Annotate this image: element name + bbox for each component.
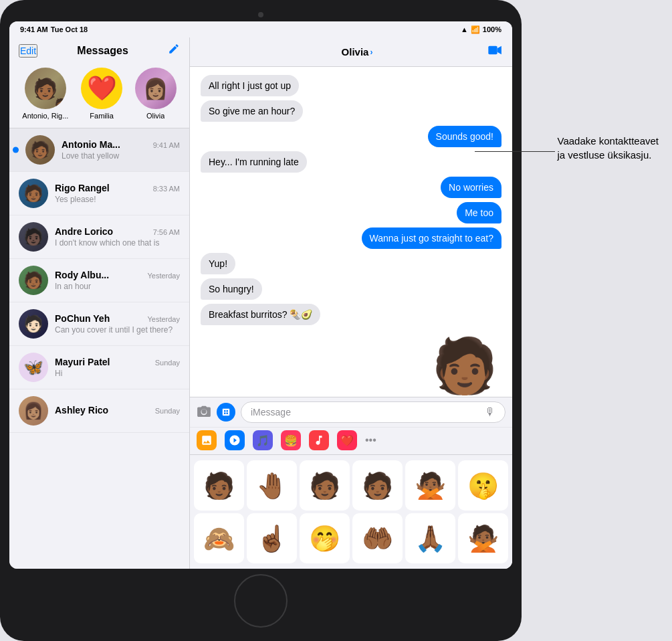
memoji-cell-11[interactable]: 🙏🏾	[405, 513, 455, 563]
imessage-input[interactable]: iMessage 🎙	[241, 401, 506, 423]
conv-details-mayuri: Mayuri Patel Sunday Hi	[55, 357, 180, 378]
msg-bubble-10: Breakfast burritos? 🌯🥑	[201, 304, 320, 325]
chevron-icon: ›	[370, 48, 372, 57]
msg-row-3: Sounds good!	[201, 126, 501, 147]
conv-item-antonio-ma[interactable]: 🧑🏾 Antonio Ma... 9:41 AM Love that yello…	[9, 128, 189, 172]
memoji-cell-6[interactable]: 🤫	[458, 460, 508, 511]
msg-bubble-6: Me too	[457, 202, 501, 223]
conv-item-ashley[interactable]: 👩🏽 Ashley Rico Sunday	[9, 389, 189, 433]
camera-button[interactable]	[197, 405, 211, 420]
input-area: iMessage 🎙	[190, 397, 512, 454]
memoji-cell-10[interactable]: 🤲🏾	[352, 513, 403, 563]
annotation-text: Vaadake kontaktteavetja vestluse üksikas…	[558, 134, 659, 162]
msg-row-7: Wanna just go straight to eat?	[201, 227, 501, 249]
input-row: iMessage 🎙	[190, 397, 512, 427]
conv-avatar-mayuri: 🦋	[19, 353, 48, 382]
pinned-familia[interactable]: ❤️ Familia	[81, 68, 122, 120]
msg-row-8: Yup!	[201, 253, 501, 274]
msg-bubble-4: Hey... I'm running late	[201, 151, 307, 173]
conv-preview-antonio: Love that yellow	[62, 151, 180, 161]
edit-button[interactable]: Edit	[19, 44, 37, 58]
conv-preview-rody: In an hour	[55, 282, 180, 291]
conv-time-pochun: Yesterday	[147, 315, 180, 323]
conv-item-rigo[interactable]: 🧑🏾 Rigo Rangel 8:33 AM Yes please!	[9, 172, 189, 215]
memoji-cell-4[interactable]: 🧑🏾	[352, 460, 403, 511]
conv-item-mayuri[interactable]: 🦋 Mayuri Patel Sunday Hi	[9, 346, 189, 389]
sidebar-header: Edit Messages	[9, 37, 189, 62]
conv-preview-andre: I don't know which one that is	[55, 238, 180, 248]
conv-time-andre: 7:56 AM	[153, 228, 180, 236]
pinned-section: 🧑🏾 🧔🏾 Antonio, Rig... ❤️ Familia	[9, 62, 189, 128]
conv-preview-rigo: Yes please!	[55, 195, 180, 204]
video-call-button[interactable]	[488, 45, 503, 59]
ipad-screen: 9:41 AM Tue Oct 18 ▲ 📶 100% Edit Message…	[9, 21, 512, 569]
memoji-cell-7[interactable]: 🙈	[194, 513, 244, 563]
pinned-name-familia: Familia	[90, 112, 113, 120]
conv-name-pochun: PoChun Yeh	[55, 313, 110, 324]
conv-name-rody: Rody Albu...	[55, 270, 109, 280]
conv-avatar-antonio: 🧑🏾	[25, 135, 55, 165]
mic-icon[interactable]: 🎙	[485, 406, 495, 418]
msg-row-5: No worries	[201, 177, 501, 198]
memoji-cell-8[interactable]: ☝🏾	[247, 513, 297, 563]
conv-preview-pochun: Can you cover it until I get there?	[55, 325, 180, 335]
conv-name-andre: Andre Lorico	[55, 226, 113, 237]
appstore-app-icon[interactable]	[225, 430, 245, 450]
chat-panel: Olivia ›	[190, 37, 512, 569]
pinned-avatar-olivia: 👩🏽	[135, 68, 177, 109]
home-button[interactable]	[234, 574, 288, 628]
heart-app-icon[interactable]: ❤️	[337, 430, 357, 450]
memoji-cell-1[interactable]: 🧑🏾	[194, 460, 244, 511]
pinned-avatar-antonio: 🧑🏾 🧔🏾	[25, 68, 66, 109]
status-time: 9:41 AM	[20, 25, 48, 33]
msg-bubble-1: All right I just got up	[201, 75, 299, 96]
music-app-icon[interactable]	[309, 430, 329, 450]
msg-bubble-9: So hungry!	[201, 278, 262, 300]
msg-row-4: Hey... I'm running late	[201, 151, 501, 173]
compose-button[interactable]	[168, 43, 180, 58]
memoji-sticker: 🧑🏾	[428, 329, 501, 397]
pinned-name-antonio: Antonio, Rig...	[22, 112, 68, 120]
svg-point-1	[201, 409, 206, 414]
memoji-cell-3[interactable]: 🧑🏾	[300, 460, 350, 511]
contact-name: Olivia	[342, 46, 369, 58]
memoji-cell-5[interactable]: 🙅🏾	[405, 460, 455, 511]
stickers-app-icon[interactable]: 🍔	[281, 430, 301, 450]
msg-row-6: Me too	[201, 202, 501, 223]
signal-icon: ▲	[461, 25, 468, 33]
outer-wrapper: 9:41 AM Tue Oct 18 ▲ 📶 100% Edit Message…	[0, 0, 672, 641]
conv-preview-mayuri: Hi	[55, 369, 180, 378]
conv-top-rody: Rody Albu... Yesterday	[55, 270, 180, 280]
msg-row-9: So hungry!	[201, 278, 501, 300]
conv-time-antonio: 9:41 AM	[153, 141, 180, 149]
annotation-connector	[475, 151, 555, 152]
conv-item-rody[interactable]: 🧑🏾 Rody Albu... Yesterday In an hour	[9, 259, 189, 302]
conv-avatar-pochun: 🧑🏻	[19, 309, 48, 339]
input-placeholder: iMessage	[251, 407, 291, 418]
apps-button[interactable]	[217, 403, 235, 422]
memoji-cell-12[interactable]: 🙅🏾	[458, 513, 508, 563]
pinned-antonio[interactable]: 🧑🏾 🧔🏾 Antonio, Rig...	[22, 68, 68, 120]
memoji-cell-9[interactable]: 🤭	[300, 513, 350, 563]
pinned-olivia[interactable]: 👩🏽 Olivia	[135, 68, 177, 120]
conv-item-pochun[interactable]: 🧑🏻 PoChun Yeh Yesterday Can you cover it…	[9, 302, 189, 346]
more-apps-button[interactable]: •••	[365, 434, 376, 446]
conv-time-ashley: Sunday	[155, 407, 180, 415]
screen-content: Edit Messages 🧑🏾 🧔	[9, 37, 512, 569]
conv-name-rigo: Rigo Rangel	[55, 183, 110, 193]
svg-rect-0	[488, 46, 497, 54]
chat-header-name[interactable]: Olivia ›	[342, 46, 373, 58]
conv-item-andre[interactable]: 🧑🏿 Andre Lorico 7:56 AM I don't know whi…	[9, 215, 189, 259]
chat-header: Olivia ›	[190, 37, 512, 67]
status-bar: 9:41 AM Tue Oct 18 ▲ 📶 100%	[9, 21, 512, 37]
conv-time-rody: Yesterday	[147, 272, 180, 280]
sidebar-title: Messages	[77, 45, 128, 57]
status-right: ▲ 📶 100%	[461, 25, 501, 34]
sidebar: Edit Messages 🧑🏾 🧔	[9, 37, 190, 569]
conv-details-pochun: PoChun Yeh Yesterday Can you cover it un…	[55, 313, 180, 335]
conv-details-antonio: Antonio Ma... 9:41 AM Love that yellow	[62, 139, 180, 161]
conv-name-mayuri: Mayuri Patel	[55, 357, 110, 367]
memoji-cell-2[interactable]: 🤚🏾	[247, 460, 297, 511]
audio-app-icon[interactable]: 🎵	[253, 430, 273, 450]
photos-app-icon[interactable]	[197, 430, 217, 450]
